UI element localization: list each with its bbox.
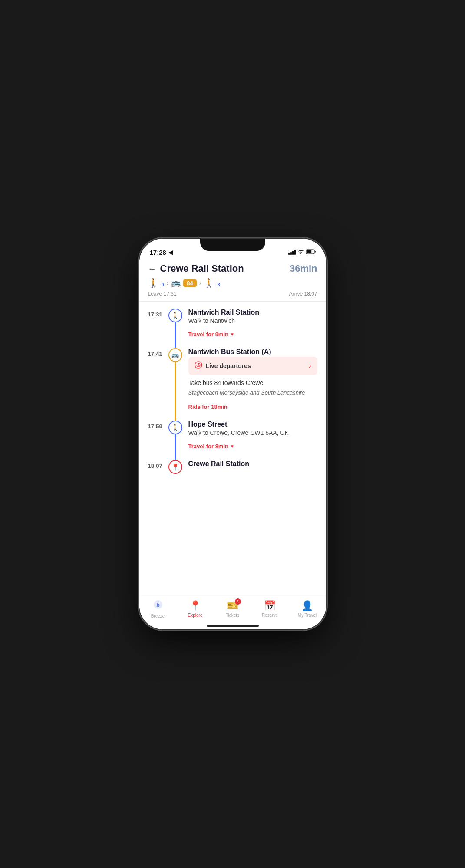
live-clock-icon <box>195 361 202 371</box>
route-summary: 🚶 9 › 🚌 84 › 🚶 8 <box>148 278 317 288</box>
nav-label-my-travel: My Travel <box>298 613 317 618</box>
arrive-time: Arrive 18:07 <box>289 291 317 297</box>
phone-frame: 17:28 ◀ <box>139 239 326 629</box>
step-4: 18:07 📍 Crewe Rail Station <box>139 460 326 476</box>
nav-label-reserve: Reserve <box>262 613 278 618</box>
step-3-travel-info: Travel for 8min ▼ <box>188 440 317 453</box>
step-1-travel-info: Travel for 9min ▼ <box>188 328 317 341</box>
svg-rect-1 <box>307 250 311 253</box>
step-3-line-col: 🚶 <box>168 421 183 460</box>
back-button[interactable]: ← <box>148 264 157 274</box>
notch <box>200 239 265 251</box>
bottom-nav: b Breeze 📍 Explore 🎫 1 Tickets 📅 Reserve <box>139 595 326 629</box>
reserve-icon: 📅 <box>264 600 276 612</box>
step-4-icon-circle: 📍 <box>168 460 182 474</box>
walk-end-num: 8 <box>217 282 220 287</box>
route-arrow-2: › <box>199 279 201 286</box>
nav-item-tickets[interactable]: 🎫 1 Tickets <box>220 600 246 618</box>
status-icons <box>288 248 316 256</box>
leave-time: Leave 17:31 <box>148 291 177 297</box>
ride-info: Ride for 18min <box>188 400 317 414</box>
step-1-time: 17:31 <box>148 309 168 348</box>
svg-text:b: b <box>156 602 160 608</box>
route-arrow-1: › <box>167 279 169 286</box>
tickets-badge-wrapper: 🎫 1 <box>227 600 238 612</box>
step-1-sub: Walk to Nantwich <box>188 317 317 324</box>
nav-item-explore[interactable]: 📍 Explore <box>182 600 208 618</box>
step-3-content: Hope Street Walk to Crewe, Crewe CW1 6AA… <box>183 421 317 460</box>
bus-stop-icon: 🚌 <box>171 352 179 358</box>
step-3-name: Hope Street <box>188 421 317 428</box>
step-3-sub: Walk to Crewe, Crewe CW1 6AA, UK <box>188 429 317 436</box>
bus-badge: 84 <box>183 279 196 287</box>
explore-icon: 📍 <box>189 600 201 612</box>
live-departures-button[interactable]: Live departures › <box>188 357 317 375</box>
bus-route-icon: 🚌 <box>171 278 181 288</box>
nav-item-my-travel[interactable]: 👤 My Travel <box>294 600 320 618</box>
step-1-name: Nantwich Rail Station <box>188 309 317 316</box>
step-4-name: Crewe Rail Station <box>188 460 317 468</box>
page-title: Crewe Rail Station <box>160 263 244 274</box>
live-text: Live departures <box>206 362 251 369</box>
tickets-badge: 1 <box>235 598 241 605</box>
phone-screen: 17:28 ◀ <box>139 239 326 629</box>
step-2-time: 17:41 <box>148 348 168 421</box>
step-3-icon-circle: 🚶 <box>168 421 182 434</box>
signal-bars-icon <box>288 250 296 255</box>
walk-start-icon: 🚶 <box>148 278 159 288</box>
step-1-icon-circle: 🚶 <box>168 309 182 322</box>
time-display: 17:28 <box>150 249 166 256</box>
nav-label-breeze: Breeze <box>151 614 165 618</box>
step-1-content: Nantwich Rail Station Walk to Nantwich T… <box>183 309 317 348</box>
home-indicator <box>207 625 259 627</box>
battery-icon <box>306 248 316 256</box>
wifi-icon <box>298 250 304 255</box>
duration-display: 36min <box>290 263 317 274</box>
status-time: 17:28 ◀ <box>150 249 173 256</box>
operator-text: Stagecoach Merseyside and South Lancashi… <box>188 389 317 397</box>
step-1: 17:31 🚶 Nantwich Rail Station Walk to Na… <box>139 309 326 348</box>
nav-item-reserve[interactable]: 📅 Reserve <box>257 600 283 618</box>
step-1-line <box>175 322 176 348</box>
walk-icon-3: 🚶 <box>171 424 179 431</box>
step-2-icon-circle: 🚌 <box>168 348 182 362</box>
location-arrow-icon: ◀ <box>168 249 173 256</box>
walk-icon-1: 🚶 <box>171 312 179 319</box>
nav-label-explore: Explore <box>188 613 203 618</box>
step-4-content: Crewe Rail Station <box>183 460 317 476</box>
step-2-line-col: 🚌 <box>168 348 183 421</box>
journey-content: 17:31 🚶 Nantwich Rail Station Walk to Na… <box>139 302 326 595</box>
times-row: Leave 17:31 Arrive 18:07 <box>148 291 317 297</box>
step-3-time: 17:59 <box>148 421 168 460</box>
step-1-line-col: 🚶 <box>168 309 183 348</box>
my-travel-icon: 👤 <box>301 600 313 612</box>
step-3: 17:59 🚶 Hope Street Walk to Crewe, Crewe… <box>139 421 326 460</box>
nav-item-breeze[interactable]: b Breeze <box>145 599 171 618</box>
step-2: 17:41 🚌 Nantwich Bus Station (A) <box>139 348 326 421</box>
travel-info-chevron-3: ▼ <box>230 444 234 449</box>
live-chevron-icon: › <box>309 362 311 370</box>
step-4-line-col: 📍 <box>168 460 183 476</box>
walk-start-num: 9 <box>162 282 164 287</box>
destination-pin-icon: 📍 <box>171 463 180 471</box>
step-2-content: Nantwich Bus Station (A) Live departures <box>183 348 317 421</box>
step-2-name: Nantwich Bus Station (A) <box>188 348 317 356</box>
bus-details: Take bus 84 towards Crewe <box>188 379 317 386</box>
walk-end-icon: 🚶 <box>204 278 214 288</box>
header-title-group: ← Crewe Rail Station <box>148 263 244 274</box>
step-3-line <box>175 434 176 460</box>
nav-label-tickets: Tickets <box>226 613 239 618</box>
breeze-icon: b <box>153 599 163 612</box>
travel-info-chevron-1: ▼ <box>230 332 234 337</box>
step-4-time: 18:07 <box>148 460 168 476</box>
step-2-line <box>175 362 176 421</box>
route-header: ← Crewe Rail Station 36min 🚶 9 › 🚌 84 › … <box>139 258 326 302</box>
live-left: Live departures <box>195 361 251 371</box>
